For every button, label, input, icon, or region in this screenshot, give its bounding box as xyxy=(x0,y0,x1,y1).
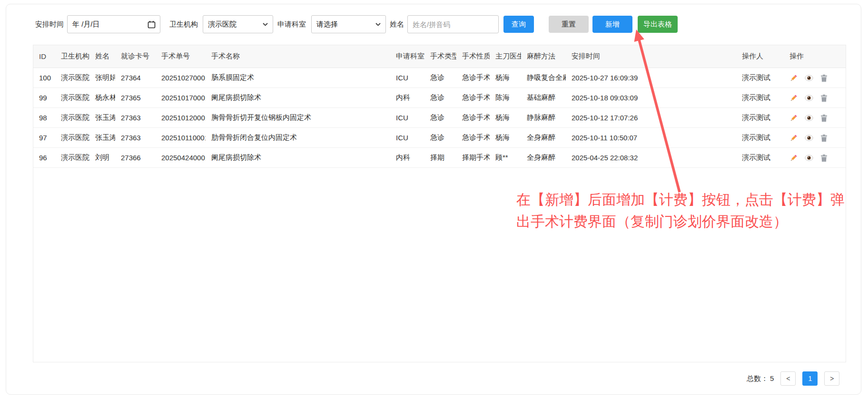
reset-button[interactable]: 重置 xyxy=(549,16,589,33)
column-header: 手术名称 xyxy=(206,45,390,68)
pagination: 总数：5 < 1 > xyxy=(747,371,839,386)
schedule-time-label: 安排时间 xyxy=(35,20,64,29)
table-row: 96演示医院刘明27366202504240001阑尾病损切除术内科择期择期手术… xyxy=(33,148,846,168)
total-count: 总数：5 xyxy=(747,374,774,383)
row-actions xyxy=(784,108,846,128)
cell-surgeon: 陈海 xyxy=(490,88,521,108)
patient-name-input[interactable] xyxy=(407,15,499,33)
cell-id: 98 xyxy=(33,108,55,128)
cell-nature: 急诊手术 xyxy=(456,128,490,148)
prev-page-button[interactable]: < xyxy=(780,371,796,386)
cell-id: 96 xyxy=(33,148,55,168)
table-row: 97演示医院张玉涛27363202510110001肋骨骨折闭合复位内固定术IC… xyxy=(33,128,846,148)
column-header: 卫生机构 xyxy=(55,45,89,68)
cell-org: 演示医院 xyxy=(55,68,89,88)
cell-time: 2025-04-25 22:08:32 xyxy=(566,148,736,168)
cell-surgeon: 杨海 xyxy=(490,68,521,88)
view-eye-icon[interactable] xyxy=(805,75,813,81)
cell-surgeon: 杨海 xyxy=(490,128,521,148)
cell-surgery: 阑尾病损切除术 xyxy=(206,148,390,168)
cell-type: 择期 xyxy=(424,148,456,168)
edit-pencil-icon[interactable] xyxy=(789,134,798,142)
cell-card_no: 27366 xyxy=(115,148,156,168)
column-header: 操作 xyxy=(784,45,846,68)
cell-name: 张明娟 xyxy=(89,68,115,88)
cell-nature: 急诊手术 xyxy=(456,108,490,128)
cell-card_no: 27364 xyxy=(115,68,156,88)
cell-time: 2025-10-11 10:50:07 xyxy=(566,128,736,148)
cell-card_no: 27363 xyxy=(115,108,156,128)
org-select[interactable]: 演示医院 xyxy=(203,15,273,33)
cell-id: 97 xyxy=(33,128,55,148)
cell-id: 100 xyxy=(33,68,55,88)
column-header: 手术性质 xyxy=(456,45,490,68)
cell-surgery: 阑尾病损切除术 xyxy=(206,88,390,108)
view-eye-icon[interactable] xyxy=(805,155,813,161)
cell-surgery: 肠系膜固定术 xyxy=(206,68,390,88)
column-header: 申请科室 xyxy=(390,45,424,68)
next-page-button[interactable]: > xyxy=(824,371,839,386)
cell-surgeon: 杨海 xyxy=(490,108,521,128)
cell-card_no: 27365 xyxy=(115,88,156,108)
cell-order_no: 202510270001 xyxy=(156,68,206,88)
cell-dept: 内科 xyxy=(390,148,424,168)
schedule-date-input[interactable]: 年 /月/日 xyxy=(67,15,160,33)
export-button[interactable]: 导出表格 xyxy=(638,16,678,33)
org-label: 卫生机构 xyxy=(169,20,198,29)
column-header: 姓名 xyxy=(89,45,115,68)
cell-id: 99 xyxy=(33,88,55,108)
delete-trash-icon[interactable] xyxy=(820,74,828,82)
edit-pencil-icon[interactable] xyxy=(789,94,798,102)
chevron-down-icon xyxy=(263,23,268,26)
cell-order_no: 202510170001 xyxy=(156,88,206,108)
edit-pencil-icon[interactable] xyxy=(789,74,798,82)
calendar-icon[interactable] xyxy=(148,20,156,29)
cell-anesthesia: 静脉麻醉 xyxy=(521,108,566,128)
page-number-button[interactable]: 1 xyxy=(802,371,818,386)
search-button[interactable]: 查询 xyxy=(503,16,534,33)
cell-nature: 急诊手术 xyxy=(456,68,490,88)
cell-operator: 演示测试 xyxy=(736,108,784,128)
cell-anesthesia: 静吸复合全麻 xyxy=(521,68,566,88)
view-eye-icon[interactable] xyxy=(805,135,813,141)
delete-trash-icon[interactable] xyxy=(820,114,828,122)
cell-order_no: 202510120001 xyxy=(156,108,206,128)
add-button[interactable]: 新增 xyxy=(592,16,632,33)
edit-pencil-icon[interactable] xyxy=(789,154,798,162)
cell-card_no: 27363 xyxy=(115,128,156,148)
cell-name: 张玉涛 xyxy=(89,128,115,148)
cell-org: 演示医院 xyxy=(55,88,89,108)
cell-org: 演示医院 xyxy=(55,148,89,168)
row-actions xyxy=(784,128,846,148)
view-eye-icon[interactable] xyxy=(805,95,813,101)
cell-nature: 择期手术 xyxy=(456,148,490,168)
org-select-value: 演示医院 xyxy=(208,20,237,29)
delete-trash-icon[interactable] xyxy=(820,134,828,142)
cell-name: 张玉涛 xyxy=(89,108,115,128)
filter-bar: 安排时间 年 /月/日 卫生机构 演示医院 申请科室 请选择 xyxy=(35,15,678,33)
dept-select-value: 请选择 xyxy=(316,20,338,29)
cell-anesthesia: 全身麻醉 xyxy=(521,148,566,168)
cell-surgery: 胸骨骨折切开复位钢板内固定术 xyxy=(206,108,390,128)
cell-time: 2025-10-12 17:07:26 xyxy=(566,108,736,128)
view-eye-icon[interactable] xyxy=(805,115,813,121)
edit-pencil-icon[interactable] xyxy=(789,114,798,122)
cell-order_no: 202510110001 xyxy=(156,128,206,148)
cell-dept: ICU xyxy=(390,68,424,88)
patient-name-label: 姓名 xyxy=(390,20,404,29)
cell-name: 刘明 xyxy=(89,148,115,168)
cell-order_no: 202504240001 xyxy=(156,148,206,168)
delete-trash-icon[interactable] xyxy=(820,154,828,162)
cell-operator: 演示测试 xyxy=(736,88,784,108)
row-actions xyxy=(784,88,846,108)
cell-time: 2025-10-27 16:09:39 xyxy=(566,68,736,88)
cell-operator: 演示测试 xyxy=(736,148,784,168)
dept-select[interactable]: 请选择 xyxy=(311,15,386,33)
cell-operator: 演示测试 xyxy=(736,128,784,148)
delete-trash-icon[interactable] xyxy=(820,94,828,102)
total-count-value: 5 xyxy=(770,374,774,382)
cell-surgeon: 顾** xyxy=(490,148,521,168)
cell-type: 急诊 xyxy=(424,68,456,88)
cell-name: 杨永林 xyxy=(89,88,115,108)
cell-anesthesia: 全身麻醉 xyxy=(521,128,566,148)
